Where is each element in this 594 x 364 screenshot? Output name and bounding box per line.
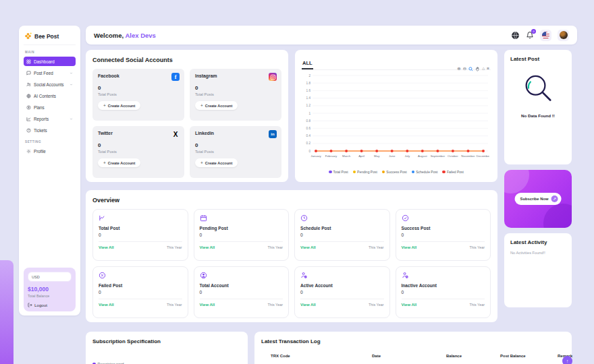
overview-tile-success-post: Success Post 0 View AllThis Year [396,209,491,261]
sidebar-item-post-feed[interactable]: Post Feed [24,68,76,78]
sidebar-item-label: Reports [34,117,49,121]
sidebar-item-ai-contents[interactable]: AI Contents [24,91,76,100]
svg-text:April: April [358,154,364,158]
create-account-button[interactable]: +Create Account [195,158,238,167]
create-account-button[interactable]: +Create Account [195,101,238,110]
menu-icon[interactable]: ≡ [487,67,489,71]
sidebar-item-reports[interactable]: Reports [24,114,76,123]
welcome-text: Welcome, Alex Devs [94,32,156,39]
view-all-link[interactable]: View All [200,245,215,249]
currency-select[interactable]: USD [28,272,72,282]
sidebar-item-label: AI Contents [34,94,56,98]
sidebar-item-plans[interactable]: Plans [24,102,76,112]
period-label: This Year [470,303,485,307]
overview-tile-inactive-account: Inactive Account 0 View AllThis Year [396,266,491,318]
legend-dot [442,171,446,174]
create-account-button[interactable]: +Create Account [98,158,140,167]
subscribe-banner: Subscribe Now ↗ [504,170,572,228]
subscribe-now-button[interactable]: Subscribe Now ↗ [515,193,562,205]
home-icon[interactable]: ⌂ [482,67,485,71]
social-card-title: Connected Social Accounts [92,57,281,63]
svg-text:March: March [342,154,351,158]
period-label: This Year [369,245,383,249]
sidebar-item-social-accounts[interactable]: Social Accounts [24,80,76,89]
view-all-link[interactable]: View All [300,303,316,307]
profile-avatar-button[interactable] [558,30,569,41]
legend-item[interactable]: Failed Post [442,170,464,174]
period-label: This Year [268,303,283,307]
overview-tile-schedule-post: Schedule Post 0 View AllThis Year [294,209,390,261]
line-chart[interactable]: 00.20.40.60.811.21.41.61.82JanuaryFebrua… [302,71,491,170]
globe-icon[interactable] [511,31,520,40]
sidebar-item-label: Plans [34,105,45,110]
plus-icon: + [200,103,203,108]
tile-title: Inactive Account [402,283,485,288]
calendar-icon [200,214,284,222]
tile-value: 0 [402,290,485,295]
legend-item[interactable]: Pending Post [353,170,377,174]
logout-icon [28,303,32,307]
svg-text:May: May [374,154,380,158]
tickets-icon [26,128,31,133]
view-all-link[interactable]: View All [402,303,417,307]
svg-text:0.8: 0.8 [306,119,311,123]
latest-post-card: Latest Post No Data Found !! [504,50,572,164]
overview-title: Overview [92,197,491,204]
view-all-link[interactable]: View All [99,245,114,249]
tile-value: 0 [300,233,384,237]
tile-title: Total Post [99,226,182,231]
view-all-link[interactable]: View All [402,245,417,249]
sidebar-item-tickets[interactable]: Tickets [24,125,76,135]
total-posts-value: 0 [98,85,179,91]
plus-icon: + [103,103,106,108]
total-posts-label: Total Posts [195,92,276,96]
pan-icon[interactable] [475,67,480,71]
zoom-in-icon[interactable]: ⊕ [457,67,460,71]
period-label: This Year [369,303,383,307]
sidebar-item-profile[interactable]: Profile [24,146,76,156]
legend-item[interactable]: Total Post [329,170,348,174]
decorative-gradient-strip [0,260,14,364]
selection-zoom-icon[interactable] [468,67,473,71]
chart-line-icon [99,214,182,222]
scroll-top-button[interactable]: ↑ [562,356,572,364]
check-circle-icon [402,214,485,222]
col-balance: Balance [446,354,500,358]
view-all-link[interactable]: View All [200,303,215,307]
sidebar: Bee Post MAIN Dashboard Post Feed Social… [19,26,80,315]
svg-text:1.4: 1.4 [306,96,311,100]
post-feed-icon [26,71,31,75]
language-flag-button[interactable] [540,30,551,41]
svg-text:February: February [325,154,338,158]
sidebar-item-label: Dashboard [34,59,55,64]
legend-item[interactable]: Success Post [382,170,407,174]
svg-text:January: January [310,154,321,158]
overview-tile-failed-post: Failed Post 0 View AllThis Year [92,266,188,318]
overview-tile-active-account: Active Account 0 View AllThis Year [294,266,390,318]
tile-title: Schedule Post [300,226,384,231]
overview-tile-pending-post: Pending Post 0 View AllThis Year [194,209,290,261]
chevron-down-icon [70,71,73,75]
svg-text:August: August [418,154,427,158]
decorative-circle [504,170,529,193]
bell-icon[interactable]: 0 [526,31,534,39]
chevron-down-icon [70,117,73,121]
social-tile-instagram: Instagram 0 Total Posts +Create Account [190,69,281,121]
chart-legend: Total PostPending PostSuccess PostSchedu… [302,170,491,174]
zoom-out-icon[interactable]: ⊖ [463,67,466,71]
create-account-button[interactable]: +Create Account [98,101,140,110]
logout-button[interactable]: Logout [28,303,72,307]
period-label: This Year [470,245,485,249]
app-logo[interactable]: Bee Post [24,31,76,45]
legend-item[interactable]: Schedule Post [412,170,438,174]
tab-all[interactable]: ALL [302,60,313,69]
period-label: This Year [167,245,182,249]
plans-icon [26,105,31,110]
subscription-specification-card: Subscription Specification Remaining wor… [86,332,248,364]
svg-text:0.4: 0.4 [306,134,311,138]
svg-text:November: November [461,154,475,158]
view-all-link[interactable]: View All [99,303,114,307]
tile-value: 0 [200,290,284,295]
view-all-link[interactable]: View All [300,245,316,249]
sidebar-item-dashboard[interactable]: Dashboard [24,57,76,66]
